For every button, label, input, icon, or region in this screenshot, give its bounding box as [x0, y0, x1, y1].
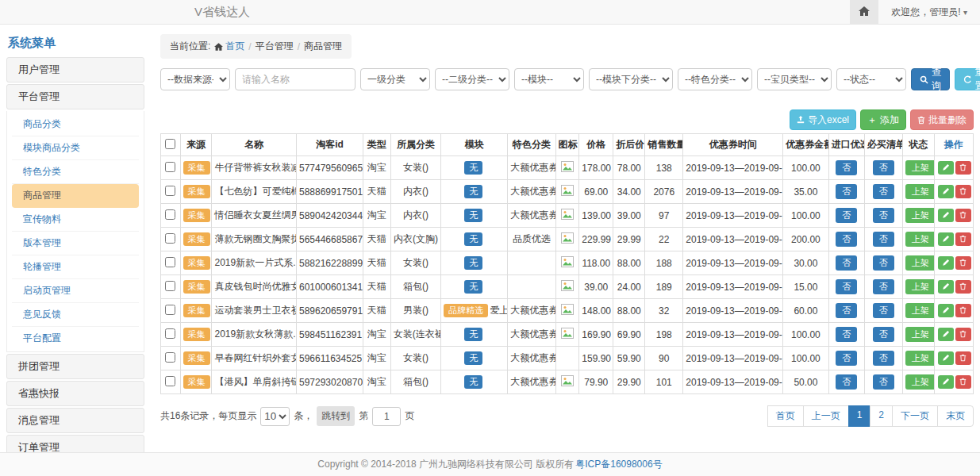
- delete-row-button[interactable]: [955, 328, 971, 341]
- delete-row-button[interactable]: [955, 185, 971, 198]
- page-button[interactable]: 2: [870, 405, 893, 427]
- status-toggle[interactable]: 上架: [905, 279, 934, 294]
- page-button[interactable]: 末页: [937, 405, 974, 427]
- import-select-toggle[interactable]: 否: [836, 303, 857, 318]
- delete-row-button[interactable]: [955, 232, 971, 246]
- jump-button[interactable]: 跳转到: [317, 406, 355, 426]
- add-button[interactable]: ＋ 添加: [860, 109, 906, 130]
- status-toggle[interactable]: 上架: [905, 327, 934, 342]
- import-select-toggle[interactable]: 否: [836, 208, 857, 223]
- edit-button[interactable]: [938, 256, 954, 270]
- filter-select[interactable]: --模块下分类--: [589, 68, 673, 90]
- edit-button[interactable]: [938, 375, 954, 389]
- row-checkbox[interactable]: [165, 257, 175, 267]
- sidebar-submenu-item[interactable]: 版本管理: [12, 232, 139, 255]
- must-buy-toggle[interactable]: 否: [873, 232, 894, 247]
- must-buy-toggle[interactable]: 否: [873, 279, 894, 294]
- import-select-toggle[interactable]: 否: [836, 327, 857, 342]
- must-buy-toggle[interactable]: 否: [873, 184, 894, 199]
- delete-row-button[interactable]: [955, 375, 971, 389]
- filter-select[interactable]: --状态--: [836, 68, 906, 90]
- name-search-input[interactable]: [235, 68, 355, 90]
- page-button[interactable]: 首页: [767, 405, 804, 427]
- page-size-select[interactable]: 10: [260, 407, 290, 426]
- import-select-toggle[interactable]: 否: [836, 184, 857, 199]
- import-select-toggle[interactable]: 否: [836, 160, 857, 175]
- import-excel-button[interactable]: 导入excel: [790, 109, 856, 130]
- home-button[interactable]: [850, 0, 878, 24]
- sidebar-group-item[interactable]: 消息管理: [6, 408, 144, 433]
- edit-button[interactable]: [938, 304, 954, 317]
- page-button[interactable]: 1: [848, 405, 871, 427]
- edit-button[interactable]: [938, 185, 954, 198]
- status-toggle[interactable]: 上架: [905, 255, 934, 271]
- status-toggle[interactable]: 上架: [905, 184, 934, 199]
- sidebar-submenu-item[interactable]: 轮播管理: [12, 255, 139, 279]
- filter-select[interactable]: 一级分类: [360, 68, 430, 90]
- edit-button[interactable]: [938, 209, 954, 222]
- filter-select[interactable]: --二级分类--: [435, 68, 509, 90]
- sidebar-group-item[interactable]: 平台管理: [6, 84, 144, 109]
- row-checkbox[interactable]: [165, 281, 175, 291]
- must-buy-toggle[interactable]: 否: [873, 255, 894, 271]
- edit-button[interactable]: [938, 328, 954, 341]
- status-toggle[interactable]: 上架: [905, 160, 934, 175]
- edit-button[interactable]: [938, 280, 954, 294]
- row-checkbox[interactable]: [165, 305, 175, 315]
- user-menu[interactable]: 欢迎您，管理员! ▾: [878, 6, 980, 19]
- row-checkbox[interactable]: [165, 352, 175, 363]
- sidebar-submenu-item[interactable]: 商品管理: [12, 184, 139, 208]
- row-checkbox[interactable]: [165, 186, 175, 196]
- delete-row-button[interactable]: [955, 256, 971, 270]
- import-select-toggle[interactable]: 否: [836, 279, 857, 294]
- batch-delete-button[interactable]: 批量删除: [910, 109, 974, 130]
- delete-row-button[interactable]: [955, 209, 971, 222]
- sidebar-submenu-item[interactable]: 特色分类: [12, 160, 139, 184]
- delete-row-button[interactable]: [955, 161, 971, 175]
- status-toggle[interactable]: 上架: [905, 303, 934, 318]
- jump-page-input[interactable]: [372, 407, 401, 426]
- edit-button[interactable]: [938, 351, 954, 365]
- page-button[interactable]: 下一页: [892, 405, 938, 427]
- sidebar-group-item[interactable]: 省惠快报: [6, 381, 144, 406]
- must-buy-toggle[interactable]: 否: [873, 303, 894, 318]
- row-checkbox[interactable]: [165, 328, 175, 339]
- delete-row-button[interactable]: [955, 304, 971, 317]
- filter-select[interactable]: --宝贝类型--: [757, 68, 832, 90]
- breadcrumb-home-link[interactable]: 首页: [214, 40, 244, 53]
- status-toggle[interactable]: 上架: [905, 232, 934, 247]
- status-toggle[interactable]: 上架: [905, 351, 934, 366]
- status-toggle[interactable]: 上架: [905, 374, 934, 390]
- filter-select[interactable]: --模块--: [514, 68, 584, 90]
- page-button[interactable]: 上一页: [803, 405, 849, 427]
- import-select-toggle[interactable]: 否: [836, 255, 857, 271]
- must-buy-toggle[interactable]: 否: [873, 351, 894, 366]
- sidebar-submenu-item[interactable]: 启动页管理: [12, 279, 139, 303]
- import-select-toggle[interactable]: 否: [836, 374, 857, 390]
- sidebar-submenu-item[interactable]: 宣传物料: [12, 208, 139, 232]
- must-buy-toggle[interactable]: 否: [873, 374, 894, 390]
- sidebar-submenu-item[interactable]: 意见反馈: [12, 303, 139, 327]
- row-checkbox[interactable]: [165, 162, 175, 172]
- must-buy-toggle[interactable]: 否: [873, 208, 894, 223]
- icp-link[interactable]: 粤ICP备16098006号: [575, 458, 662, 471]
- filter-select-source[interactable]: --数据来源--: [160, 68, 230, 90]
- filter-select[interactable]: --特色分类--: [678, 68, 752, 90]
- select-all-checkbox[interactable]: [165, 139, 175, 149]
- status-toggle[interactable]: 上架: [905, 208, 934, 223]
- delete-row-button[interactable]: [955, 280, 971, 294]
- reset-button[interactable]: 重置: [955, 68, 980, 90]
- row-checkbox[interactable]: [165, 209, 175, 220]
- row-checkbox[interactable]: [165, 376, 175, 386]
- search-button[interactable]: 查询: [911, 68, 950, 90]
- import-select-toggle[interactable]: 否: [836, 351, 857, 366]
- row-checkbox[interactable]: [165, 233, 175, 244]
- delete-row-button[interactable]: [955, 351, 971, 365]
- sidebar-submenu-item[interactable]: 平台配置: [12, 327, 139, 350]
- sidebar-group-item[interactable]: 拼团管理: [6, 354, 144, 379]
- edit-button[interactable]: [938, 161, 954, 175]
- sidebar-group-item[interactable]: 用户管理: [6, 57, 144, 83]
- sidebar-submenu-item[interactable]: 模块商品分类: [12, 136, 139, 160]
- sidebar-submenu-item[interactable]: 商品分类: [12, 113, 139, 136]
- must-buy-toggle[interactable]: 否: [873, 327, 894, 342]
